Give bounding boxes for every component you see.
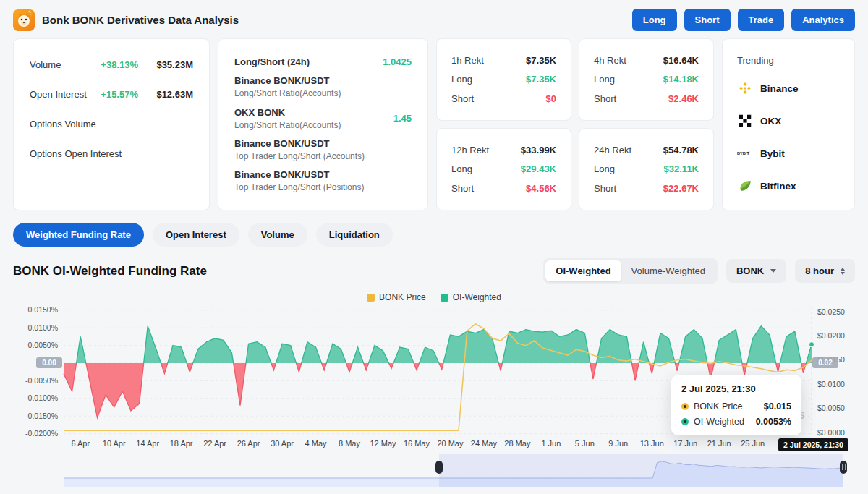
stat-row-options-open-interest: Options Open Interest xyxy=(30,148,193,159)
bitfinex-icon xyxy=(737,178,753,194)
chart-title: BONK OI-Weighted Funding Rate xyxy=(13,264,207,278)
x-tick: 17 Jun xyxy=(673,439,697,448)
symbol-select[interactable]: BONK xyxy=(726,259,786,283)
trending-title: Trending xyxy=(737,55,840,66)
trending-label: Binance xyxy=(760,83,799,94)
x-tick: 21 Jun xyxy=(707,439,731,448)
y-left-tick: 0.0050% xyxy=(28,341,58,349)
binance-icon xyxy=(737,80,753,96)
ls-value: 1.0425 xyxy=(383,56,412,67)
header: Bonk BONK Derivatives Data Analysis Long… xyxy=(0,0,868,38)
brush-selection[interactable] xyxy=(439,454,843,487)
x-tick: 30 Apr xyxy=(271,439,294,448)
x-tick: 20 May xyxy=(437,439,464,448)
y-left-tick: 0.0150% xyxy=(28,305,58,314)
x-tick: 28 May xyxy=(504,439,531,448)
x-tick: 14 Apr xyxy=(136,439,159,448)
x-tick: 9 Jun xyxy=(608,439,628,448)
trending-label: OKX xyxy=(760,116,781,127)
oi-weighted-toggle[interactable]: OI-Weighted xyxy=(545,260,621,281)
trending-item-bitfinex[interactable]: Bitfinex xyxy=(737,178,840,194)
stat-label: Options Volume xyxy=(30,119,138,129)
x-tick: 24 May xyxy=(471,439,498,448)
stats-cards-row: Volume +38.13% $35.23M Open Interest +15… xyxy=(0,38,868,210)
trending-item-okx[interactable]: OKX xyxy=(737,113,840,129)
rekt-cards-grid: 1h Rekt$7.35K Long$7.35K Short$0 4h Rekt… xyxy=(436,38,714,210)
sort-arrows-icon xyxy=(841,268,845,275)
stat-row-volume: Volume +38.13% $35.23M xyxy=(30,59,193,70)
header-actions: Long Short Trade Analytics xyxy=(632,9,855,31)
long-button[interactable]: Long xyxy=(632,9,677,31)
tab-weighted-funding-rate[interactable]: Weighted Funding Rate xyxy=(13,223,144,247)
brush-handle-right[interactable] xyxy=(840,461,847,474)
x-tick: 12 May xyxy=(370,439,396,448)
page-title: Bonk BONK Derivatives Data Analysis xyxy=(42,14,239,26)
chart-controls: OI-Weighted Volume-Weighted BONK 8 hour xyxy=(543,258,855,284)
volume-weighted-toggle[interactable]: Volume-Weighted xyxy=(621,260,715,281)
tooltip-row-price: BONK Price $0.015 xyxy=(681,401,791,412)
short-button[interactable]: Short xyxy=(684,9,731,31)
trending-item-bybit[interactable]: BYB!T Bybit xyxy=(737,145,840,161)
tab-liquidation[interactable]: Liquidation xyxy=(316,223,393,247)
oi-dot-icon xyxy=(681,418,689,425)
ls-title: OKX BONK xyxy=(234,107,341,118)
interval-select[interactable]: 8 hour xyxy=(795,259,855,283)
tooltip-row-oi: OI-Weighted 0.0053% xyxy=(681,417,791,427)
y-left-tick: -0.0050% xyxy=(25,376,58,385)
ls-subtitle: Long/Short Ratio(Accounts) xyxy=(234,88,341,98)
ls-value: 1.45 xyxy=(393,113,412,124)
stat-label: Options Open Interest xyxy=(30,148,138,159)
tooltip-datetime: 2 Jul 2025, 21:30 xyxy=(681,383,791,394)
x-tick: 26 Apr xyxy=(237,439,260,448)
bybit-icon: BYB!T xyxy=(737,145,753,161)
trade-button[interactable]: Trade xyxy=(738,9,785,31)
stat-row-open-interest: Open Interest +15.57% $12.63M xyxy=(30,89,193,100)
price-legend-swatch xyxy=(367,294,375,302)
ls-row: Binance BONK/USDT Long/Short Ratio(Accou… xyxy=(234,75,412,98)
ls-title: Binance BONK/USDT xyxy=(234,138,365,149)
rekt-card-1h: 1h Rekt$7.35K Long$7.35K Short$0 xyxy=(436,38,571,121)
ls-subtitle: Top Trader Long/Short (Positions) xyxy=(234,182,364,192)
x-tick: 18 Apr xyxy=(170,439,193,448)
x-tick: 22 Apr xyxy=(203,439,226,448)
ls-title: Binance BONK/USDT xyxy=(234,169,364,180)
svg-text:BYB!T: BYB!T xyxy=(737,151,749,156)
rekt-card-24h: 24h Rekt$54.78K Long$32.11K Short$22.67K xyxy=(579,128,714,210)
x-tick: 16 May xyxy=(404,439,430,448)
trending-label: Bybit xyxy=(760,148,785,159)
ls-row: Long/Short (24h) 1.0425 xyxy=(234,56,412,67)
ls-row: OKX BONK Long/Short Ratio(Accounts) 1.45 xyxy=(234,107,412,130)
y-left-tick: 0.0100% xyxy=(28,323,58,332)
trending-label: Bitfinex xyxy=(760,181,796,192)
y-left-tick: -0.0150% xyxy=(25,412,58,420)
long-short-card: Long/Short (24h) 1.0425 Binance BONK/USD… xyxy=(218,38,428,210)
trending-item-binance[interactable]: Binance xyxy=(737,80,840,96)
ls-subtitle: Top Trader Long/Short (Accounts) xyxy=(234,151,365,161)
x-tick: 6 Apr xyxy=(71,439,90,448)
analytics-button[interactable]: Analytics xyxy=(791,9,855,31)
chevron-down-icon xyxy=(770,269,776,273)
price-dot-icon xyxy=(681,403,689,410)
xaxis-date-pill: 2 Jul 2025, 21:30 xyxy=(778,438,848,451)
okx-icon xyxy=(737,113,753,129)
price-axis-badge: 0.02 xyxy=(812,357,838,368)
series-end-dot xyxy=(809,342,814,347)
x-tick: 25 Jun xyxy=(741,439,765,448)
ls-subtitle: Long/Short Ratio(Accounts) xyxy=(234,120,341,130)
legend-item-price: BONK Price xyxy=(367,292,426,302)
ls-row: Binance BONK/USDT Top Trader Long/Short … xyxy=(234,138,412,161)
tab-open-interest[interactable]: Open Interest xyxy=(153,223,239,247)
chart-header: BONK OI-Weighted Funding Rate OI-Weighte… xyxy=(0,255,868,284)
y-right-tick: $0.0250 xyxy=(817,307,845,316)
brush-handle-left[interactable] xyxy=(435,461,443,474)
y-right-tick: $0.0050 xyxy=(817,404,845,412)
chart-tabs: Weighted Funding Rate Open Interest Volu… xyxy=(0,210,868,255)
stat-label: Open Interest xyxy=(30,89,101,100)
legend-item-oi: OI-Weighted xyxy=(441,292,501,302)
zero-axis-badge: 0.00 xyxy=(36,357,62,368)
y-left-tick: -0.0100% xyxy=(25,393,58,402)
ls-title: Long/Short (24h) xyxy=(234,56,310,67)
stat-label: Volume xyxy=(30,59,101,70)
stat-value: $35.23M xyxy=(151,59,193,70)
tab-volume[interactable]: Volume xyxy=(248,223,307,247)
